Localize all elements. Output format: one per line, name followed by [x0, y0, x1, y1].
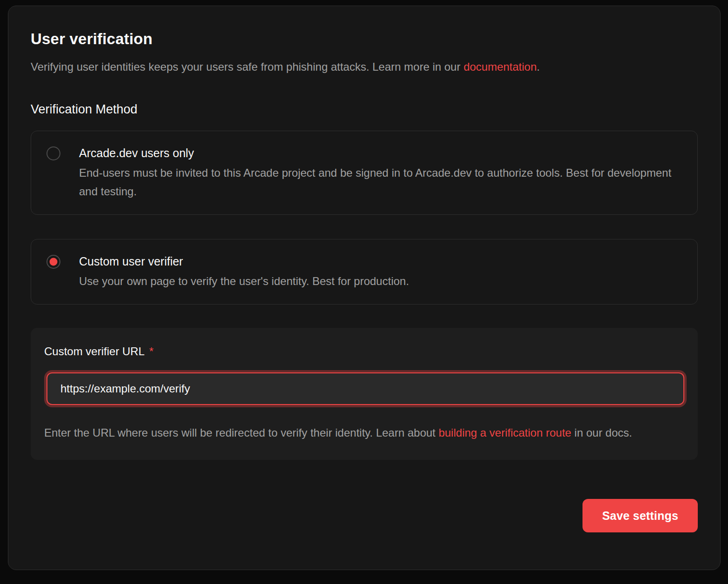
custom-verifier-url-label: Custom verifier URL* — [44, 343, 684, 360]
verification-route-link[interactable]: building a verification route — [438, 426, 571, 439]
option-text-block: Arcade.dev users only End-users must be … — [79, 145, 682, 201]
help-text-before: Enter the URL where users will be redire… — [44, 426, 438, 439]
label-text: Custom verifier URL — [44, 345, 145, 358]
option-custom-user-verifier[interactable]: Custom user verifier Use your own page t… — [31, 239, 698, 305]
footer-actions: Save settings — [31, 499, 698, 532]
radio-selected-icon[interactable] — [46, 255, 60, 269]
help-text-after: in our docs. — [571, 426, 632, 439]
option-label: Custom user verifier — [79, 253, 409, 270]
save-settings-button[interactable]: Save settings — [582, 499, 698, 532]
custom-verifier-url-input[interactable] — [46, 372, 684, 405]
page-title: User verification — [31, 29, 698, 49]
option-arcade-dev-users-only[interactable]: Arcade.dev users only End-users must be … — [31, 131, 698, 215]
intro-text-after: . — [537, 60, 540, 73]
option-label: Arcade.dev users only — [79, 145, 682, 161]
option-description: Use your own page to verify the user's i… — [79, 272, 409, 291]
option-description: End-users must be invited to this Arcade… — [79, 164, 682, 201]
radio-unselected-icon[interactable] — [46, 146, 60, 160]
intro-text: Verifying user identities keeps your use… — [31, 59, 698, 75]
intro-text-before: Verifying user identities keeps your use… — [31, 60, 463, 73]
option-text-block: Custom user verifier Use your own page t… — [79, 253, 409, 291]
custom-verifier-url-panel: Custom verifier URL* Enter the URL where… — [31, 328, 698, 460]
required-asterisk: * — [149, 345, 153, 358]
url-help-text: Enter the URL where users will be redire… — [44, 424, 684, 442]
verification-method-heading: Verification Method — [31, 101, 698, 118]
user-verification-card: User verification Verifying user identit… — [8, 6, 721, 570]
documentation-link[interactable]: documentation — [463, 60, 536, 73]
